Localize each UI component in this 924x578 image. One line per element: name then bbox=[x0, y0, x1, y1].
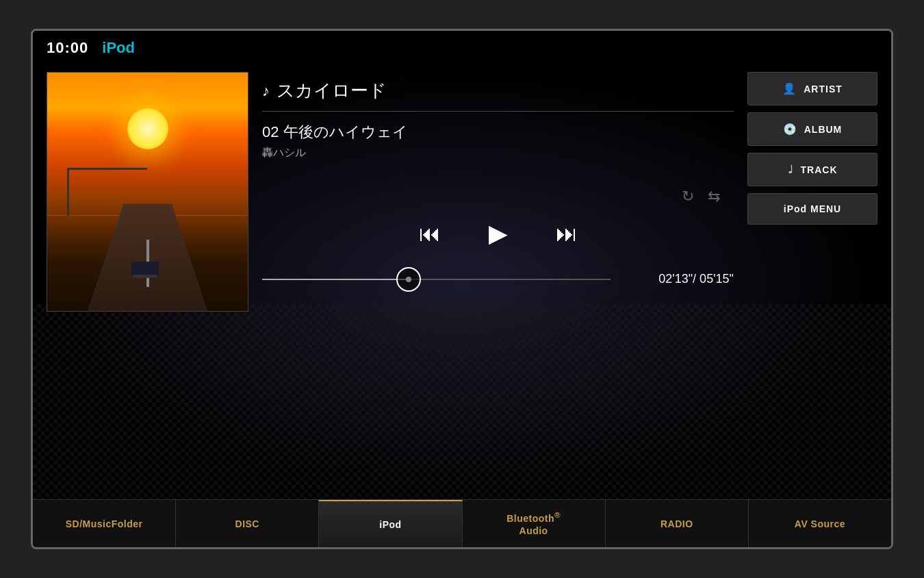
tab-ipod-label: iPod bbox=[379, 519, 401, 530]
right-menu: 👤 ARTIST 💿 ALBUM ♩ TRACK iPod MENU bbox=[747, 72, 877, 492]
tab-av-source[interactable]: AV Source bbox=[749, 500, 891, 547]
progress-thumb[interactable] bbox=[396, 267, 421, 292]
album-art-section bbox=[47, 72, 248, 492]
music-note-icon: ♪ bbox=[262, 82, 270, 100]
artist-button[interactable]: 👤 ARTIST bbox=[747, 72, 877, 105]
progress-fill bbox=[262, 279, 409, 280]
album-label: ALBUM bbox=[804, 124, 843, 135]
tab-av-source-label: AV Source bbox=[795, 518, 845, 529]
tab-bluetooth-audio[interactable]: Bluetooth®Audio bbox=[463, 500, 606, 547]
album-button[interactable]: 💿 ALBUM bbox=[747, 112, 877, 146]
controls-area: ↻ ⇄ ⏮ ▶ ⏭ 02'13"/ 05'15" bbox=[262, 188, 734, 293]
tab-bar: SD/MusicFolder DISC iPod Bluetooth®Audio… bbox=[33, 499, 891, 547]
album-art bbox=[47, 72, 248, 312]
tab-sd-label: SD/MusicFolder bbox=[66, 518, 143, 529]
song-title-row: ♪ スカイロード bbox=[262, 79, 734, 112]
album-icon: 💿 bbox=[783, 123, 797, 136]
header: 10:00 iPod bbox=[33, 31, 891, 65]
center-section: ♪ スカイロード 02 午後のハイウェイ 轟ハシル ↻ ⇄ ⏮ ▶ ⏭ bbox=[262, 72, 734, 492]
time-display: 02'13"/ 05'15" bbox=[624, 272, 734, 286]
tab-bluetooth-label: Bluetooth®Audio bbox=[506, 510, 561, 537]
tab-disc-label: DISC bbox=[235, 518, 259, 529]
ipod-menu-button[interactable]: iPod MENU bbox=[747, 193, 877, 225]
artist-icon: 👤 bbox=[782, 82, 797, 95]
clock-display: 10:00 bbox=[47, 39, 88, 57]
prev-button[interactable]: ⏮ bbox=[415, 218, 444, 250]
track-number-title: 02 午後のハイウェイ bbox=[262, 122, 734, 142]
progress-area: 02'13"/ 05'15" bbox=[262, 272, 734, 286]
main-frame: 10:00 iPod bbox=[31, 29, 893, 549]
next-button[interactable]: ⏭ bbox=[552, 218, 581, 250]
main-content: ♪ スカイロード 02 午後のハイウェイ 轟ハシル ↻ ⇄ ⏮ ▶ ⏭ bbox=[33, 65, 891, 499]
tab-radio-label: RADIO bbox=[660, 518, 693, 529]
tab-sd-musicfolder[interactable]: SD/MusicFolder bbox=[33, 500, 176, 547]
progress-bar[interactable] bbox=[262, 279, 611, 280]
play-button[interactable]: ▶ bbox=[485, 216, 511, 251]
source-label: iPod bbox=[102, 39, 135, 57]
tab-radio[interactable]: RADIO bbox=[606, 500, 749, 547]
track-label: TRACK bbox=[801, 164, 838, 175]
artist-label: ARTIST bbox=[804, 84, 843, 95]
tab-ipod[interactable]: iPod bbox=[319, 500, 462, 547]
tab-disc[interactable]: DISC bbox=[176, 500, 319, 547]
track-info: 02 午後のハイウェイ 轟ハシル bbox=[262, 122, 734, 160]
shuffle-icon[interactable]: ⇄ bbox=[708, 188, 720, 205]
ipod-menu-label: iPod MENU bbox=[784, 203, 841, 214]
song-title-text: スカイロード bbox=[277, 79, 387, 103]
track-button[interactable]: ♩ TRACK bbox=[747, 153, 877, 186]
track-subtitle: 轟ハシル bbox=[262, 146, 734, 160]
repeat-shuffle-area: ↻ ⇄ bbox=[262, 188, 734, 205]
repeat-icon[interactable]: ↻ bbox=[682, 188, 694, 205]
playback-controls: ⏮ ▶ ⏭ bbox=[262, 216, 734, 251]
track-icon: ♩ bbox=[788, 163, 794, 176]
